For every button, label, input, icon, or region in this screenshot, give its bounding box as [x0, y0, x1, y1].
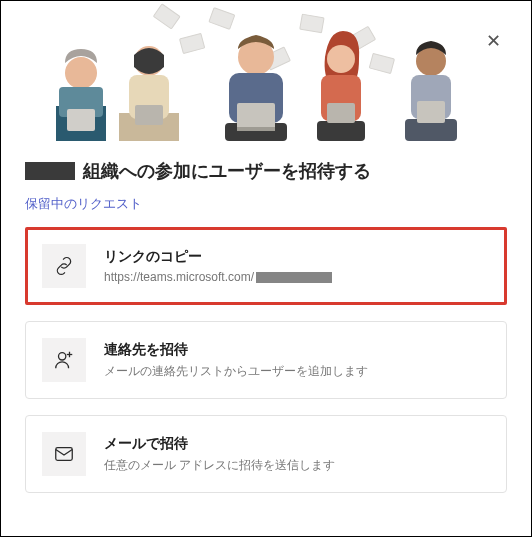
card-copy-link[interactable]: リンクのコピー https://teams.microsoft.com/ [25, 227, 507, 305]
dialog-content: 組織への参加にユーザーを招待する 保留中のリクエスト リンクのコピー https… [1, 141, 531, 533]
svg-point-8 [65, 57, 97, 89]
svg-point-21 [327, 45, 355, 73]
svg-rect-28 [417, 101, 445, 123]
svg-rect-0 [180, 33, 205, 53]
card-invite-contacts-title: 連絡先を招待 [104, 341, 490, 359]
svg-rect-18 [237, 103, 275, 131]
svg-rect-24 [327, 103, 355, 123]
mail-icon [42, 432, 86, 476]
hero-illustration [1, 1, 531, 141]
svg-rect-19 [237, 127, 275, 131]
url-redacted [256, 272, 332, 283]
svg-point-29 [59, 353, 66, 360]
org-name-redacted [25, 162, 75, 180]
card-copy-link-title: リンクのコピー [104, 248, 490, 266]
svg-rect-30 [56, 448, 73, 461]
invite-dialog: ✕ 組織への参加にユーザーを招待する 保留中のリクエスト リンクのコピー htt… [0, 0, 532, 537]
dialog-title: 組織への参加にユーザーを招待する [83, 159, 371, 183]
add-contact-icon [42, 338, 86, 382]
card-invite-contacts-subtitle: メールの連絡先リストからユーザーを追加します [104, 363, 490, 380]
pending-requests-link[interactable]: 保留中のリクエスト [25, 195, 142, 213]
svg-rect-23 [317, 121, 365, 141]
svg-rect-6 [153, 4, 180, 29]
svg-rect-5 [369, 53, 394, 73]
svg-rect-3 [300, 14, 324, 33]
card-invite-email[interactable]: メールで招待 任意のメール アドレスに招待を送信します [25, 415, 507, 493]
card-copy-link-url: https://teams.microsoft.com/ [104, 270, 490, 284]
card-invite-contacts[interactable]: 連絡先を招待 メールの連絡先リストからユーザーを追加します [25, 321, 507, 399]
link-icon [42, 244, 86, 288]
url-prefix: https://teams.microsoft.com/ [104, 270, 254, 284]
card-invite-email-subtitle: 任意のメール アドレスに招待を送信します [104, 457, 490, 474]
svg-rect-10 [67, 109, 95, 131]
svg-rect-14 [135, 105, 163, 125]
svg-rect-1 [209, 8, 235, 30]
close-button[interactable]: ✕ [481, 29, 505, 53]
card-invite-email-title: メールで招待 [104, 435, 490, 453]
